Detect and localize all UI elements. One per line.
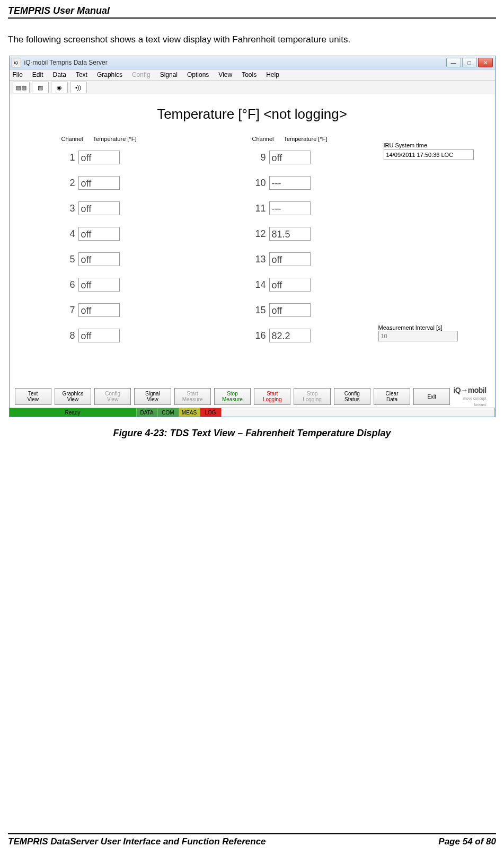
stop-measure-button[interactable]: StopMeasure [214, 388, 251, 405]
channel-number: 4 [52, 228, 78, 240]
close-button[interactable]: ✕ [478, 58, 493, 67]
status-log: LOG [200, 408, 222, 417]
toolbar: ▤▤ ▧ ◉ •)) [10, 81, 495, 95]
channel-number: 16 [243, 330, 269, 341]
start-logging-button[interactable]: StartLogging [254, 388, 290, 405]
clear-data-button[interactable]: ClearData [374, 388, 410, 405]
channel-row: 1682.2 [243, 328, 402, 343]
logo-text: iQ→mobil [453, 386, 486, 394]
channel-number: 10 [243, 178, 269, 189]
channel-number: 11 [243, 203, 269, 214]
channel-value: off [78, 201, 120, 215]
toolbar-text-view-icon[interactable]: ▤▤ [13, 82, 30, 93]
system-time-value: 14/09/2011 17:50:36 LOC [384, 149, 474, 160]
channel-number: 14 [243, 279, 269, 290]
channel-value: 81.5 [269, 227, 311, 241]
page-footer: TEMPRIS DataServer User Interface and Fu… [8, 833, 496, 847]
menu-config[interactable]: Config [132, 71, 151, 78]
figure-caption: Figure 4-23: TDS Text View – Fahrenheit … [8, 428, 496, 439]
channel-value: --- [269, 201, 311, 215]
signal-view-button[interactable]: SignalView [134, 388, 171, 405]
system-time-label: IRU System time [384, 142, 484, 148]
channel-number: 15 [243, 305, 269, 316]
channel-value: off [269, 151, 311, 164]
menu-view[interactable]: View [218, 71, 232, 78]
channel-number: 9 [243, 152, 269, 163]
text-view-button[interactable]: TextView [15, 388, 51, 405]
toolbar-graphics-icon[interactable]: ▧ [32, 82, 49, 93]
menu-signal[interactable]: Signal [160, 71, 178, 78]
config-status-button[interactable]: ConfigStatus [334, 388, 370, 405]
channel-row: 11--- [243, 200, 402, 216]
channel-number: 13 [243, 254, 269, 265]
channel-row: 10--- [243, 175, 402, 191]
exit-button[interactable]: Exit [413, 388, 450, 405]
menu-bar: File Edit Data Text Graphics Config Sign… [10, 69, 495, 81]
status-ready: Ready [10, 408, 137, 417]
content-area: Temperature [°F] <not logging> Channel T… [10, 94, 495, 389]
channel-row: 14off [243, 277, 402, 293]
toolbar-signal-icon[interactable]: •)) [70, 82, 87, 93]
channel-row: 8off [52, 328, 211, 343]
footer-right: Page 54 of 80 [438, 836, 496, 847]
channel-value: off [78, 151, 120, 164]
menu-options[interactable]: Options [187, 71, 209, 78]
measurement-interval-panel: Measurement Interval [s] 10 [378, 324, 484, 341]
channel-column-left: Channel Temperature [°F] 1off 2off 3off … [52, 136, 211, 353]
channel-row: 3off [52, 200, 211, 216]
status-data: DATA [137, 408, 158, 417]
channel-value: off [269, 303, 311, 317]
intro-text: The following screenshot shows a text vi… [8, 34, 496, 45]
status-rest [222, 408, 495, 417]
doc-header-title: TEMPRIS User Manual [8, 5, 110, 16]
channel-value: off [78, 176, 120, 190]
channel-number: 7 [52, 305, 78, 316]
logo-subtext: move concept forward [463, 396, 487, 407]
app-window: iQ iQ-mobil Tempris Data Server — □ ✕ Fi… [9, 56, 496, 417]
col-header-temp: Temperature [°F] [284, 136, 328, 142]
menu-text[interactable]: Text [76, 71, 87, 78]
app-icon: iQ [12, 58, 21, 67]
channel-value: off [78, 227, 120, 241]
start-measure-button: StartMeasure [174, 388, 211, 405]
channel-value: off [78, 278, 120, 292]
status-bar: Ready DATA COM MEAS LOG [10, 408, 495, 417]
maximize-button[interactable]: □ [462, 58, 477, 67]
logo: iQ→mobil move concept forward [453, 386, 489, 407]
channel-value: off [269, 278, 311, 292]
menu-edit[interactable]: Edit [32, 71, 43, 78]
channel-value: --- [269, 176, 311, 190]
channel-row: 7off [52, 302, 211, 318]
interval-label: Measurement Interval [s] [378, 324, 484, 331]
menu-tools[interactable]: Tools [242, 71, 257, 78]
menu-data[interactable]: Data [53, 71, 66, 78]
channel-row: 9off [243, 149, 402, 165]
system-time-panel: IRU System time 14/09/2011 17:50:36 LOC [384, 142, 484, 160]
interval-value: 10 [378, 331, 458, 341]
channel-row: 15off [243, 302, 402, 318]
config-view-button: ConfigView [94, 388, 131, 405]
channel-number: 6 [52, 279, 78, 290]
channel-value: off [78, 252, 120, 266]
menu-graphics[interactable]: Graphics [97, 71, 122, 78]
graphics-view-button[interactable]: GraphicsView [55, 388, 91, 405]
status-com: COM [158, 408, 179, 417]
channel-row: 1off [52, 149, 211, 165]
menu-help[interactable]: Help [266, 71, 279, 78]
minimize-button[interactable]: — [446, 58, 461, 67]
status-meas: MEAS [179, 408, 200, 417]
channel-value: off [78, 329, 120, 342]
bottom-button-bar: TextView GraphicsView ConfigView SignalV… [15, 386, 490, 407]
title-bar: iQ iQ-mobil Tempris Data Server — □ ✕ [10, 56, 495, 69]
col-header-channel: Channel [61, 136, 83, 142]
channel-number: 8 [52, 330, 78, 341]
channel-number: 3 [52, 203, 78, 214]
col-header-temp: Temperature [°F] [93, 136, 137, 142]
channel-row: 4off [52, 226, 211, 242]
menu-file[interactable]: File [13, 71, 23, 78]
toolbar-config-icon[interactable]: ◉ [51, 82, 68, 93]
channel-value: off [269, 252, 311, 266]
channel-number: 2 [52, 178, 78, 189]
channel-column-right: Channel Temperature [°F] 9off 10--- 11--… [243, 136, 402, 353]
channel-row: 2off [52, 175, 211, 191]
